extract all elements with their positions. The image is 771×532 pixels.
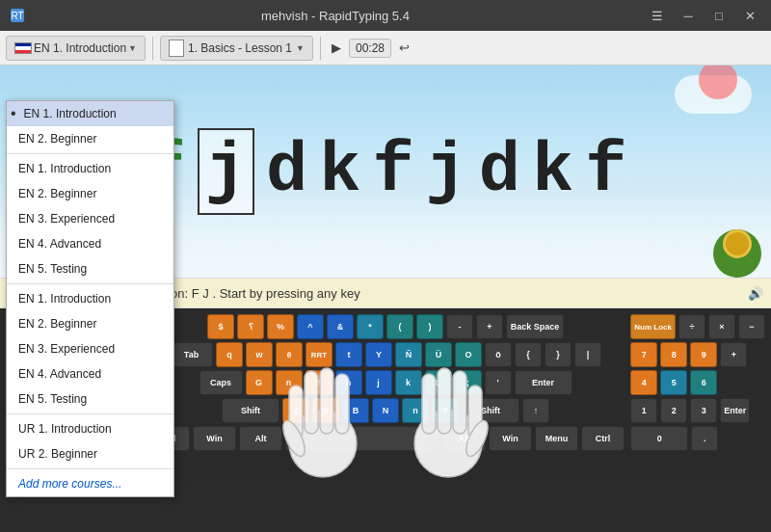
- sound-icon[interactable]: 🔊: [748, 286, 763, 301]
- key-num3: 3: [690, 398, 717, 423]
- course-selector-button[interactable]: EN 1. Introduction ▼: [6, 36, 146, 61]
- key-q: q: [216, 342, 243, 367]
- title-bar: RT mehvish - RapidTyping 5.4 ☰ ─ □ ✕: [0, 0, 771, 31]
- key-lalt: Alt: [239, 426, 282, 451]
- key-w: w: [246, 342, 273, 367]
- timer-display[interactable]: 00:28: [349, 39, 391, 58]
- key-num6: 6: [690, 370, 717, 395]
- svg-rect-5: [320, 368, 333, 434]
- dropdown-item-6[interactable]: EN 5. Testing: [7, 256, 173, 281]
- main-content: f j d k f j d k f your fingers in the ba…: [0, 66, 771, 532]
- dropdown-item-2[interactable]: EN 1. Introduction: [7, 156, 173, 181]
- key-num-add: +: [720, 342, 747, 367]
- window-controls: ☰ ─ □ ✕: [644, 6, 763, 25]
- numpad-row5: 0 .: [630, 426, 765, 451]
- typing-chars: f j d k f j d k f: [145, 128, 627, 215]
- numpad-row3: 4 5 6: [630, 370, 765, 395]
- lesson-selector-button[interactable]: 1. Basics - Lesson 1 ▼: [160, 36, 313, 61]
- numpad-row1: Num Lock ÷ × −: [630, 314, 765, 339]
- lesson-dropdown-arrow: ▼: [296, 43, 305, 53]
- dropdown-item-3[interactable]: EN 2. Beginner: [7, 181, 173, 206]
- dropdown-item-1-label: EN 2. Beginner: [18, 132, 96, 146]
- char-f3: f: [585, 132, 626, 211]
- key-enter-top: |: [574, 342, 601, 367]
- key-num2: 2: [660, 398, 687, 423]
- dropdown-item-4[interactable]: EN 3. Experienced: [7, 206, 173, 231]
- key-num1: 1: [630, 398, 657, 423]
- close-button[interactable]: ✕: [736, 6, 763, 25]
- key-rbracket: }: [545, 342, 572, 367]
- dropdown-divider-2: [7, 283, 173, 284]
- key-plus: +: [476, 314, 503, 339]
- dropdown-item-11[interactable]: EN 5. Testing: [7, 386, 173, 412]
- dropdown-item-0[interactable]: EN 1. Introduction: [7, 101, 173, 126]
- key-num-div: ÷: [678, 314, 705, 339]
- dropdown-item-12[interactable]: UR 1. Introduction: [7, 416, 173, 441]
- key-lparen: (: [386, 314, 413, 339]
- title-bar-left: RT: [8, 6, 27, 25]
- dropdown-item-9[interactable]: EN 3. Experienced: [7, 336, 173, 361]
- key-dollar: $: [207, 314, 234, 339]
- key-rctrl: Ctrl: [581, 426, 625, 451]
- dropdown-item-7[interactable]: EN 1. Introduction: [7, 286, 173, 311]
- svg-rect-6: [335, 374, 349, 434]
- dropdown-item-13-label: UR 2. Beginner: [18, 447, 97, 461]
- key-num-dot: .: [691, 426, 718, 451]
- dropdown-add-more-label: Add more courses...: [18, 477, 121, 491]
- key-enter: Enter: [515, 370, 572, 395]
- course-dropdown[interactable]: EN 1. Introduction EN 2. Beginner EN 1. …: [6, 100, 174, 497]
- dropdown-item-0-label: EN 1. Introduction: [24, 107, 117, 120]
- numpad-row4: 1 2 3 Enter: [630, 398, 765, 423]
- svg-rect-12: [422, 374, 436, 434]
- left-hand-svg: [279, 357, 366, 482]
- key-lshift: Shift: [222, 398, 279, 423]
- dropdown-item-4-label: EN 3. Experienced: [18, 212, 115, 226]
- key-up: ↑: [522, 398, 549, 423]
- key-minus: -: [446, 314, 473, 339]
- separator-2: [320, 37, 321, 60]
- svg-rect-4: [305, 371, 318, 434]
- hamburger-menu-button[interactable]: ☰: [644, 6, 671, 25]
- key-asterisk: *: [357, 314, 384, 339]
- course-dropdown-arrow: ▼: [128, 43, 137, 53]
- dropdown-item-10[interactable]: EN 4. Advanced: [7, 361, 173, 386]
- dropdown-item-2-label: EN 1. Introduction: [18, 162, 111, 175]
- dropdown-item-10-label: EN 4. Advanced: [18, 367, 101, 381]
- dropdown-item-1[interactable]: EN 2. Beginner: [7, 126, 173, 151]
- dropdown-item-3-label: EN 2. Beginner: [18, 187, 96, 200]
- key-num8: 8: [660, 342, 687, 367]
- numpad-row2: 7 8 9 +: [630, 342, 765, 367]
- dropdown-item-12-label: UR 1. Introduction: [18, 422, 112, 436]
- key-rwin: Win: [489, 426, 532, 451]
- play-button[interactable]: ▶: [328, 40, 345, 57]
- dropdown-item-8[interactable]: EN 2. Beginner: [7, 311, 173, 336]
- maximize-button[interactable]: □: [705, 6, 732, 25]
- dropdown-item-add-more[interactable]: Add more courses...: [7, 471, 173, 496]
- flag-icon: [14, 42, 32, 54]
- key-lwin: Win: [193, 426, 236, 451]
- key-num-sub: −: [738, 314, 765, 339]
- dropdown-item-6-label: EN 5. Testing: [18, 262, 87, 276]
- minimize-button[interactable]: ─: [675, 6, 702, 25]
- undo-button[interactable]: ↩: [395, 40, 412, 57]
- svg-text:RT: RT: [11, 11, 23, 21]
- dropdown-item-5[interactable]: EN 4. Advanced: [7, 231, 173, 256]
- dropdown-item-13[interactable]: UR 2. Beginner: [7, 441, 173, 466]
- plant-flower: [723, 229, 752, 258]
- char-k2: k: [532, 132, 573, 211]
- key-numlock: Num Lock: [630, 314, 676, 339]
- char-j2: j: [426, 132, 467, 211]
- char-d2: d: [479, 132, 520, 211]
- char-f2: f: [372, 132, 413, 211]
- key-lbracket: {: [515, 342, 542, 367]
- char-j-highlighted: j: [198, 128, 254, 215]
- dropdown-item-5-label: EN 4. Advanced: [18, 237, 101, 251]
- key-num4: 4: [630, 370, 657, 395]
- plant-decoration: [704, 229, 761, 278]
- key-num-mul: ×: [708, 314, 735, 339]
- char-d1: d: [266, 132, 307, 211]
- key-a: G: [246, 370, 273, 395]
- key-percent: %: [267, 314, 294, 339]
- key-num7: 7: [630, 342, 657, 367]
- key-backspace: Back Space: [506, 314, 564, 339]
